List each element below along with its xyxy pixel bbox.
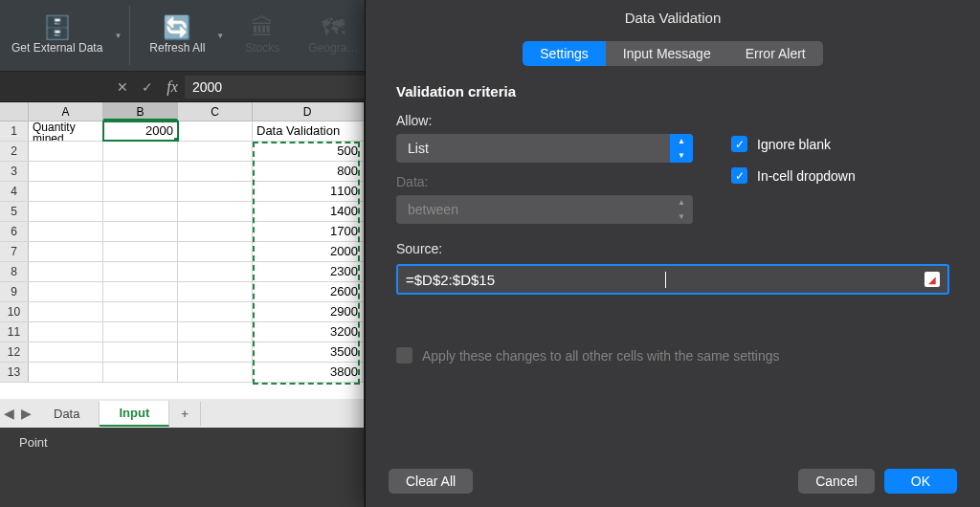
col-header-C[interactable]: C — [178, 102, 253, 121]
col-header-A[interactable]: A — [29, 102, 103, 121]
cell[interactable] — [178, 202, 253, 221]
tab-nav-prev[interactable]: ◀ — [0, 406, 17, 421]
cell-D[interactable]: 500 — [253, 142, 363, 161]
cell[interactable] — [178, 242, 253, 261]
cell-D[interactable]: 1700 — [253, 222, 363, 241]
source-input-wrapper[interactable]: ◢ — [396, 264, 949, 295]
cell-D[interactable]: 2900 — [253, 302, 363, 321]
fx-icon[interactable]: fx — [160, 78, 185, 96]
get-external-data-button[interactable]: 🗄️ Get External Data — [0, 0, 114, 71]
cell[interactable] — [103, 182, 178, 201]
cell-D1[interactable]: Data Validation — [253, 121, 363, 141]
cell[interactable] — [103, 342, 178, 362]
cell-D[interactable]: 1100 — [253, 182, 363, 201]
cell[interactable] — [103, 322, 178, 342]
spreadsheet-grid[interactable]: A B C D 1 Quantity mined 2000 Data Valid… — [0, 102, 364, 399]
cell-D[interactable]: 800 — [253, 162, 363, 181]
cell-B1[interactable]: 2000 — [103, 121, 178, 141]
row-header[interactable]: 7 — [0, 242, 29, 261]
cell[interactable] — [178, 142, 253, 161]
cell-D[interactable]: 3800 — [253, 363, 363, 382]
geography-button[interactable]: 🗺 Geogra… — [297, 11, 369, 59]
cell[interactable] — [103, 282, 178, 301]
cell[interactable] — [103, 162, 178, 181]
cell[interactable] — [103, 363, 178, 382]
select-all-corner[interactable] — [0, 102, 29, 121]
incell-dropdown-checkbox[interactable]: ✓ In-cell dropdown — [731, 167, 856, 184]
source-input[interactable] — [406, 272, 664, 288]
cell-D[interactable]: 2300 — [253, 262, 363, 281]
refresh-all-button[interactable]: 🔄 Refresh All — [138, 0, 216, 71]
row-header[interactable]: 6 — [0, 222, 29, 241]
row-header[interactable]: 12 — [0, 342, 29, 362]
cell-D[interactable]: 1400 — [253, 202, 363, 221]
tab-nav-next[interactable]: ▶ — [17, 406, 34, 421]
row-header[interactable]: 10 — [0, 302, 29, 321]
cell[interactable] — [103, 262, 178, 281]
cell-A1[interactable]: Quantity mined — [29, 121, 103, 141]
ignore-blank-checkbox[interactable]: ✓ Ignore blank — [731, 136, 856, 152]
ribbon-label: Stocks — [245, 41, 279, 55]
confirm-edit-icon[interactable]: ✓ — [135, 79, 160, 95]
tab-error-alert[interactable]: Error Alert — [728, 41, 823, 66]
allow-select[interactable]: List ▲▼ — [396, 134, 693, 163]
cell[interactable] — [178, 322, 253, 342]
cell[interactable] — [29, 242, 103, 261]
cell[interactable] — [178, 222, 253, 241]
stocks-button[interactable]: 🏛 Stocks — [234, 11, 291, 59]
cell[interactable] — [178, 342, 253, 362]
cancel-button[interactable]: Cancel — [798, 469, 875, 494]
tab-input-message[interactable]: Input Message — [606, 41, 728, 66]
cell[interactable] — [103, 242, 178, 261]
row-header[interactable]: 13 — [0, 363, 29, 382]
cell-D[interactable]: 2600 — [253, 282, 363, 301]
clear-all-button[interactable]: Clear All — [389, 469, 473, 494]
cell[interactable] — [103, 142, 178, 161]
cell[interactable] — [29, 162, 103, 181]
cell[interactable] — [178, 262, 253, 281]
add-sheet-button[interactable]: + — [169, 402, 201, 426]
sheet-tab-input[interactable]: Input — [100, 401, 169, 427]
cell[interactable] — [178, 182, 253, 201]
cell[interactable] — [178, 363, 253, 382]
col-header-B[interactable]: B — [103, 102, 178, 121]
cell[interactable] — [29, 282, 103, 301]
row-header[interactable]: 8 — [0, 262, 29, 281]
cell-D[interactable]: 3200 — [253, 322, 363, 342]
cell[interactable] — [29, 342, 103, 362]
row-header[interactable]: 11 — [0, 322, 29, 342]
row-header[interactable]: 4 — [0, 182, 29, 201]
row-header[interactable]: 3 — [0, 162, 29, 181]
cell[interactable] — [29, 363, 103, 382]
cell[interactable] — [29, 262, 103, 281]
row-header[interactable]: 2 — [0, 142, 29, 161]
cell-D[interactable]: 3500 — [253, 342, 363, 362]
cell[interactable] — [29, 302, 103, 321]
range-picker-icon[interactable]: ◢ — [924, 272, 940, 287]
cell[interactable] — [29, 222, 103, 241]
cell[interactable] — [103, 222, 178, 241]
row-header[interactable]: 9 — [0, 282, 29, 301]
cell[interactable] — [178, 282, 253, 301]
cell-C1[interactable] — [178, 121, 253, 141]
chevron-down-icon[interactable]: ▼ — [216, 32, 224, 40]
chevron-down-icon[interactable]: ▼ — [114, 32, 122, 40]
cancel-edit-icon[interactable]: ✕ — [110, 79, 135, 95]
cell-D[interactable]: 2000 — [253, 242, 363, 261]
cell[interactable] — [29, 202, 103, 221]
stepper-icon: ▲▼ — [670, 195, 693, 224]
ok-button[interactable]: OK — [884, 469, 957, 494]
cell[interactable] — [29, 142, 103, 161]
row-header[interactable]: 5 — [0, 202, 29, 221]
cell[interactable] — [178, 162, 253, 181]
sheet-tab-data[interactable]: Data — [34, 402, 100, 426]
cell[interactable] — [29, 182, 103, 201]
row-header[interactable]: 1 — [0, 121, 29, 141]
cell[interactable] — [103, 302, 178, 321]
tab-settings[interactable]: Settings — [523, 41, 606, 66]
cell[interactable] — [29, 322, 103, 342]
cell[interactable] — [178, 302, 253, 321]
checkbox-unchecked-icon[interactable]: ✓ — [396, 347, 412, 364]
cell[interactable] — [103, 202, 178, 221]
col-header-D[interactable]: D — [253, 102, 363, 121]
